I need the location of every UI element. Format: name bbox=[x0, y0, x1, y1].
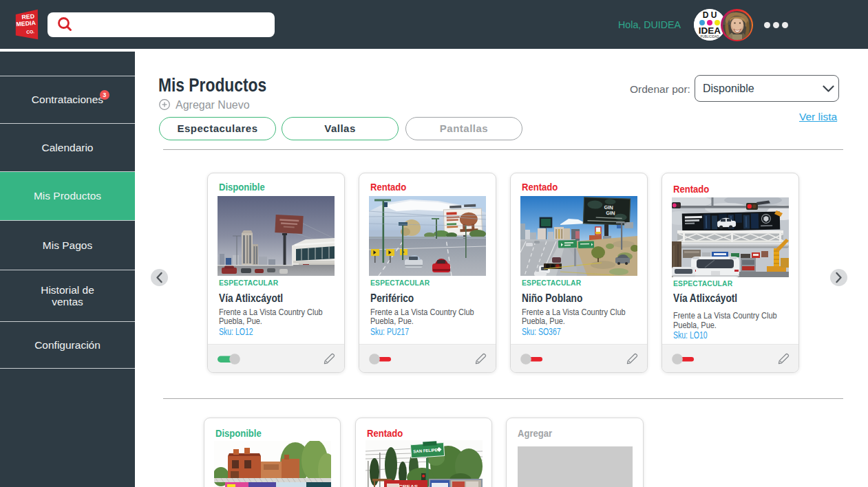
svg-text:PUBLICIDAD: PUBLICIDAD bbox=[700, 35, 719, 39]
svg-text:CREAS: CREAS bbox=[399, 484, 419, 487]
svg-text:GIN: GIN bbox=[606, 210, 615, 216]
svg-text:CO.: CO. bbox=[26, 29, 34, 34]
svg-text:D U: D U bbox=[703, 10, 717, 20]
svg-text:IDEA: IDEA bbox=[699, 25, 721, 36]
